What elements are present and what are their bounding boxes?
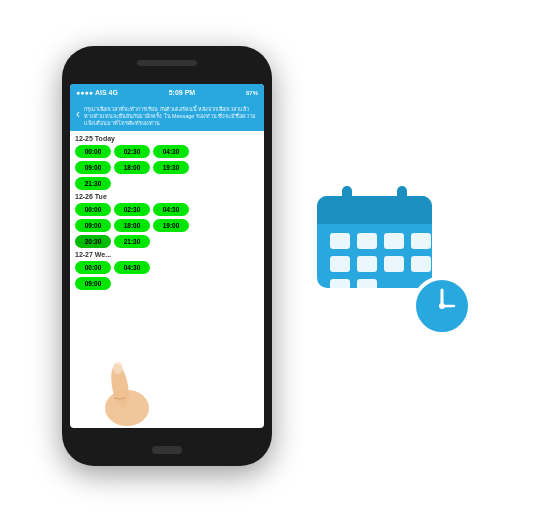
slot-btn[interactable]: 18:00 (114, 161, 150, 174)
date-label-2: 12-26 Tue (75, 193, 259, 200)
status-right: 67% (246, 90, 258, 96)
slots-row-2-1: 00:00 02:30 04:30 (75, 203, 259, 216)
svg-rect-12 (330, 256, 350, 272)
slots-row-2-3: 20:30 21:30 (75, 235, 259, 248)
svg-rect-16 (330, 279, 350, 292)
header-text: กรุณาเลือกเวลาที่จะทำการเรียน กับติวเตอร… (84, 106, 258, 127)
svg-rect-9 (357, 233, 377, 249)
back-arrow-icon[interactable]: ‹ (76, 107, 80, 121)
slots-area: 12-25 Today 00:00 02:30 04:30 09:00 18:0… (70, 131, 264, 415)
slot-btn-selected[interactable]: 20:30 (75, 235, 111, 248)
slots-row-1-3: 21:30 (75, 177, 259, 190)
svg-rect-11 (411, 233, 431, 249)
slots-row-1-2: 09:00 18:00 19:30 (75, 161, 259, 174)
signal-dots: ●●●● (76, 89, 93, 96)
phone-mockup: ●●●● AIS 4G 5:09 PM 67% ‹ กรุณาเลือกเวลา… (62, 46, 272, 466)
status-time: 5:09 PM (169, 89, 195, 96)
home-button[interactable] (152, 446, 182, 454)
svg-rect-10 (384, 233, 404, 249)
svg-rect-17 (357, 279, 377, 292)
calendar-clock-icon-group (312, 176, 472, 336)
slot-btn[interactable]: 00:00 (75, 261, 111, 274)
date-label-3: 12-27 We... (75, 251, 259, 258)
clock-icon (412, 276, 472, 336)
slots-row-1-1: 00:00 02:30 04:30 (75, 145, 259, 158)
slot-btn[interactable]: 18:00 (114, 219, 150, 232)
slot-btn[interactable]: 09:00 (75, 219, 111, 232)
slot-btn[interactable]: 04:30 (153, 203, 189, 216)
slot-btn[interactable]: 00:00 (75, 203, 111, 216)
svg-rect-13 (357, 256, 377, 272)
carrier-label: AIS 4G (95, 89, 118, 96)
slot-btn[interactable]: 04:30 (153, 145, 189, 158)
slot-btn[interactable]: 21:30 (114, 235, 150, 248)
slots-row-3-2: 09:00 (75, 277, 259, 290)
slot-btn[interactable]: 02:30 (114, 145, 150, 158)
slots-row-3-1: 00:00 04:30 (75, 261, 259, 274)
main-scene: ●●●● AIS 4G 5:09 PM 67% ‹ กรุณาเลือกเวลา… (0, 0, 534, 511)
phone-screen: ●●●● AIS 4G 5:09 PM 67% ‹ กรุณาเลือกเวลา… (70, 84, 264, 428)
status-left: ●●●● AIS 4G (76, 89, 118, 96)
date-label-1: 12-25 Today (75, 135, 259, 142)
app-header: ‹ กรุณาเลือกเวลาที่จะทำการเรียน กับติวเต… (70, 102, 264, 131)
slot-btn[interactable]: 04:30 (114, 261, 150, 274)
slot-btn[interactable]: 02:30 (114, 203, 150, 216)
slot-btn[interactable]: 19:00 (153, 219, 189, 232)
svg-rect-6 (342, 186, 352, 208)
slot-btn[interactable]: 09:00 (75, 277, 111, 290)
svg-rect-15 (411, 256, 431, 272)
slot-btn[interactable]: 09:00 (75, 161, 111, 174)
slot-btn[interactable]: 19:30 (153, 161, 189, 174)
status-bar: ●●●● AIS 4G 5:09 PM 67% (70, 84, 264, 102)
svg-rect-7 (397, 186, 407, 208)
slot-btn[interactable]: 21:30 (75, 177, 111, 190)
svg-rect-8 (330, 233, 350, 249)
svg-rect-5 (317, 212, 432, 224)
slot-btn[interactable]: 00:00 (75, 145, 111, 158)
slots-row-2-2: 09:00 18:00 19:00 (75, 219, 259, 232)
svg-rect-14 (384, 256, 404, 272)
battery-label: 67% (246, 90, 258, 96)
